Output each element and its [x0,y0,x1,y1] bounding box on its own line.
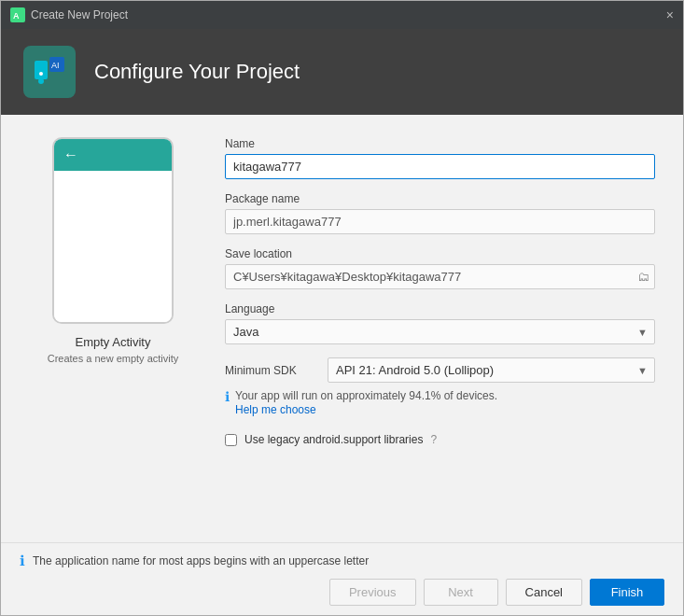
language-label: Language [225,302,655,315]
package-input[interactable] [225,209,655,234]
sdk-info-text: Your app will run on approximately 94.1%… [235,389,497,402]
name-label: Name [225,137,655,150]
min-sdk-label: Minimum SDK [225,364,318,377]
language-select[interactable]: Java Kotlin [225,319,655,344]
phone-top-bar: ← [54,139,172,171]
bottom-bar: ℹ The application name for most apps beg… [1,542,683,615]
legacy-checkbox-label: Use legacy android.support libraries [244,433,423,446]
legacy-checkbox[interactable] [225,434,237,446]
sdk-info-text-block: Your app will run on approximately 94.1%… [235,388,497,416]
button-row: Previous Next Cancel Finish [20,579,664,606]
activity-subtitle: Creates a new empty activity [48,353,179,364]
name-field-group: Name [225,137,655,179]
package-field-group: Package name [225,192,655,234]
legacy-help-icon[interactable]: ? [430,433,437,446]
phone-body [54,171,172,322]
info-banner-text: The application name for most apps begin… [33,554,369,567]
svg-text:A: A [13,11,20,21]
package-label: Package name [225,192,655,205]
right-panel: Name Package name Save location 🗂 Langua… [225,137,655,520]
min-sdk-field-group: Minimum SDK API 21: Android 5.0 (Lollipo… [225,357,655,416]
android-icon: AI [33,55,66,89]
title-bar: A Create New Project × [1,1,683,29]
back-arrow-icon: ← [63,147,78,163]
legacy-checkbox-row: Use legacy android.support libraries ? [225,433,655,446]
min-sdk-select[interactable]: API 21: Android 5.0 (Lollipop) API 23: A… [328,357,655,383]
name-input[interactable] [225,154,655,179]
svg-rect-2 [35,61,48,79]
header: AI Configure Your Project [1,29,683,115]
cancel-button[interactable]: Cancel [506,579,582,606]
android-studio-icon: A [10,7,25,22]
save-location-wrapper: 🗂 [225,264,655,289]
title-bar-title: Create New Project [31,8,128,21]
content: ← Empty Activity Creates a new empty act… [1,115,683,542]
svg-point-5 [38,78,44,84]
finish-button[interactable]: Finish [590,579,664,606]
title-bar-left: A Create New Project [10,7,128,22]
language-field-group: Language Java Kotlin ▼ [225,302,655,344]
header-title: Configure Your Project [94,60,300,84]
info-banner-icon: ℹ [20,553,25,569]
save-location-label: Save location [225,247,655,260]
sdk-select-wrapper: API 21: Android 5.0 (Lollipop) API 23: A… [328,357,655,383]
svg-text:AI: AI [51,61,60,70]
language-select-wrapper: Java Kotlin ▼ [225,319,655,344]
previous-button[interactable]: Previous [329,579,416,606]
next-button[interactable]: Next [424,579,498,606]
sdk-row: Minimum SDK API 21: Android 5.0 (Lollipo… [225,357,655,383]
save-location-field-group: Save location 🗂 [225,247,655,289]
save-location-input[interactable] [225,264,655,289]
left-panel: ← Empty Activity Creates a new empty act… [29,137,197,520]
phone-preview: ← [52,137,174,324]
header-icon: AI [23,46,76,98]
info-banner: ℹ The application name for most apps beg… [20,553,664,569]
activity-name: Empty Activity [76,335,151,349]
dialog: A Create New Project × AI Configure Your… [0,0,684,616]
sdk-info-row: ℹ Your app will run on approximately 94.… [225,388,655,416]
info-icon: ℹ [225,389,230,404]
svg-point-6 [39,72,43,76]
help-me-choose-link[interactable]: Help me choose [235,403,316,416]
close-button[interactable]: × [666,8,674,21]
